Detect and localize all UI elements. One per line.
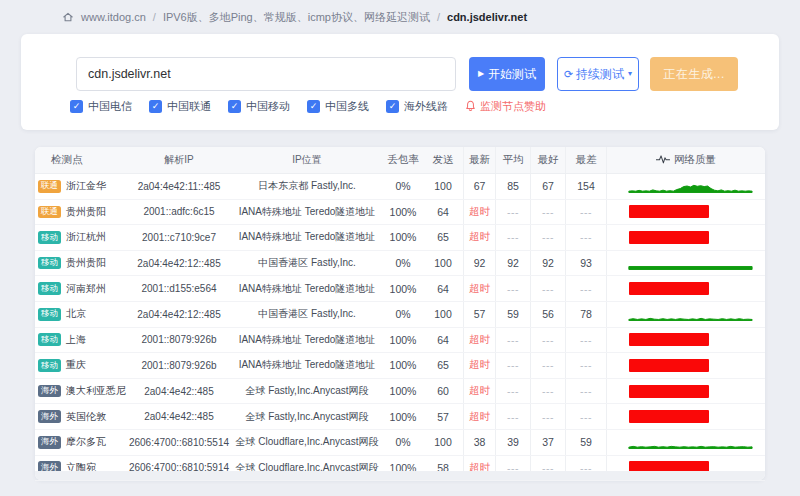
worst-ms: 59 (565, 430, 606, 455)
network-quality-cell (606, 404, 765, 429)
carrier-badge: 海外 (38, 436, 61, 449)
avg-ms: 39 (495, 430, 530, 455)
avg-ms: --- (495, 404, 530, 429)
worst-ms: --- (565, 353, 606, 378)
continuous-test-button[interactable]: ⟳ 持续测试 ▾ (557, 57, 639, 91)
network-quality-cell (606, 174, 765, 199)
quality-sparkline (607, 254, 765, 272)
node-name: 贵州贵阳 (66, 205, 106, 219)
checkbox-checked-icon[interactable]: ✓ (70, 100, 83, 113)
quality-sparkline (607, 177, 765, 195)
latest-ms: 57 (463, 302, 495, 327)
best-ms: --- (530, 200, 565, 225)
avg-ms: 85 (495, 174, 530, 199)
carrier-badge: 海外 (38, 410, 61, 423)
ip-location: IANA特殊地址 Teredo隧道地址 (231, 276, 383, 301)
carrier-badge: 联通 (38, 206, 61, 219)
breadcrumb-home-link[interactable]: www.itdog.cn (81, 11, 146, 23)
table-row: 海外英国伦敦2a04:4e42::485全球 Fastly,Inc.Anycas… (35, 404, 765, 430)
avg-ms: --- (495, 379, 530, 404)
carrier-badge: 移动 (38, 231, 61, 244)
breadcrumb-separator: / (437, 11, 440, 23)
sent-count: 65 (423, 225, 463, 250)
line-filter-checkbox[interactable]: ✓中国移动 (228, 99, 290, 114)
carrier-badge: 移动 (38, 308, 61, 321)
column-header-5: 发送 (423, 147, 463, 173)
checkbox-checked-icon[interactable]: ✓ (386, 100, 399, 113)
resolved-ip: 2001::adfc:6c15 (127, 200, 231, 225)
chevron-down-icon: ▾ (628, 70, 632, 78)
node-name: 英国伦敦 (66, 410, 106, 424)
packet-loss: 0% (383, 430, 423, 455)
ip-location: 中国香港区 Fastly,Inc. (231, 251, 383, 276)
test-panel: ▶ 开始测试 ⟳ 持续测试 ▾ 正在生成... ✓中国电信✓中国联通✓中国移动✓… (21, 34, 779, 130)
line-filter-checkbox[interactable]: ✓中国联通 (149, 99, 211, 114)
checkbox-checked-icon[interactable]: ✓ (307, 100, 320, 113)
sent-count: 100 (423, 174, 463, 199)
best-ms: 67 (530, 174, 565, 199)
host-input[interactable] (76, 57, 456, 91)
latest-ms: 超时 (463, 276, 495, 301)
play-icon: ▶ (478, 70, 484, 78)
avg-ms: 92 (495, 251, 530, 276)
network-quality-cell (606, 328, 765, 353)
resolved-ip: 2a04:4e42::485 (127, 404, 231, 429)
pulse-icon (656, 153, 670, 167)
column-header-6: 最新 (463, 147, 495, 173)
node-name: 澳大利亚悉尼 (66, 384, 126, 398)
checkbox-checked-icon[interactable]: ✓ (149, 100, 162, 113)
worst-ms: --- (565, 379, 606, 404)
avg-ms: --- (495, 353, 530, 378)
start-test-button[interactable]: ▶ 开始测试 (469, 57, 545, 91)
checkbox-label: 中国电信 (88, 99, 132, 114)
sent-count: 60 (423, 379, 463, 404)
latest-ms: 超时 (463, 225, 495, 250)
sponsor-link[interactable]: 监测节点赞助 (465, 99, 546, 114)
node-cell: 海外英国伦敦 (35, 404, 127, 429)
best-ms: 92 (530, 251, 565, 276)
ip-location: IANA特殊地址 Teredo隧道地址 (231, 200, 383, 225)
quality-red-bar (629, 333, 709, 346)
latest-ms: 超时 (463, 379, 495, 404)
ip-location: IANA特殊地址 Teredo隧道地址 (231, 328, 383, 353)
column-header-3: IP位置 (231, 147, 383, 173)
node-cell: 联通贵州贵阳 (35, 200, 127, 225)
quality-red-bar (629, 205, 709, 218)
line-filter-checkbox[interactable]: ✓海外线路 (386, 99, 448, 114)
quality-red-bar (629, 231, 709, 244)
column-header-8: 最好 (530, 147, 565, 173)
node-cell: 联通浙江金华 (35, 174, 127, 199)
line-filter-checkbox[interactable]: ✓中国电信 (70, 99, 132, 114)
packet-loss: 100% (383, 328, 423, 353)
line-filter-checkbox[interactable]: ✓中国多线 (307, 99, 369, 114)
ip-location: 全球 Fastly,Inc.Anycast网段 (231, 404, 383, 429)
worst-ms: 154 (565, 174, 606, 199)
ip-location: 全球 Fastly,Inc.Anycast网段 (231, 379, 383, 404)
node-cell: 海外摩尔多瓦 (35, 430, 127, 455)
table-row: 联通浙江金华2a04:4e42:11::485日本东京都 Fastly,Inc.… (35, 174, 765, 200)
best-ms: --- (530, 328, 565, 353)
sent-count: 100 (423, 251, 463, 276)
ip-location: IANA特殊地址 Teredo隧道地址 (231, 353, 383, 378)
checkbox-checked-icon[interactable]: ✓ (228, 100, 241, 113)
column-header-4: 丢包率 (383, 147, 423, 173)
packet-loss: 0% (383, 251, 423, 276)
best-ms: --- (530, 404, 565, 429)
packet-loss: 0% (383, 174, 423, 199)
avg-ms: --- (495, 225, 530, 250)
worst-ms: 78 (565, 302, 606, 327)
network-quality-cell (606, 379, 765, 404)
breadcrumb-path: IPV6版、多地Ping、常规版、icmp协议、网络延迟测试 (163, 10, 430, 25)
node-cell: 移动上海 (35, 328, 127, 353)
toolbar-row: ▶ 开始测试 ⟳ 持续测试 ▾ 正在生成... (76, 57, 738, 91)
resolved-ip: 2a04:4e42:12::485 (127, 302, 231, 327)
sent-count: 64 (423, 328, 463, 353)
node-name: 浙江金华 (66, 179, 106, 193)
refresh-icon: ⟳ (564, 69, 573, 80)
sent-count: 65 (423, 353, 463, 378)
generating-button[interactable]: 正在生成... (650, 57, 738, 91)
node-name: 河南郑州 (66, 282, 106, 296)
network-quality-cell (606, 276, 765, 301)
latest-ms: 超时 (463, 353, 495, 378)
table-row: 移动贵州贵阳2a04:4e42:12::485中国香港区 Fastly,Inc.… (35, 251, 765, 277)
